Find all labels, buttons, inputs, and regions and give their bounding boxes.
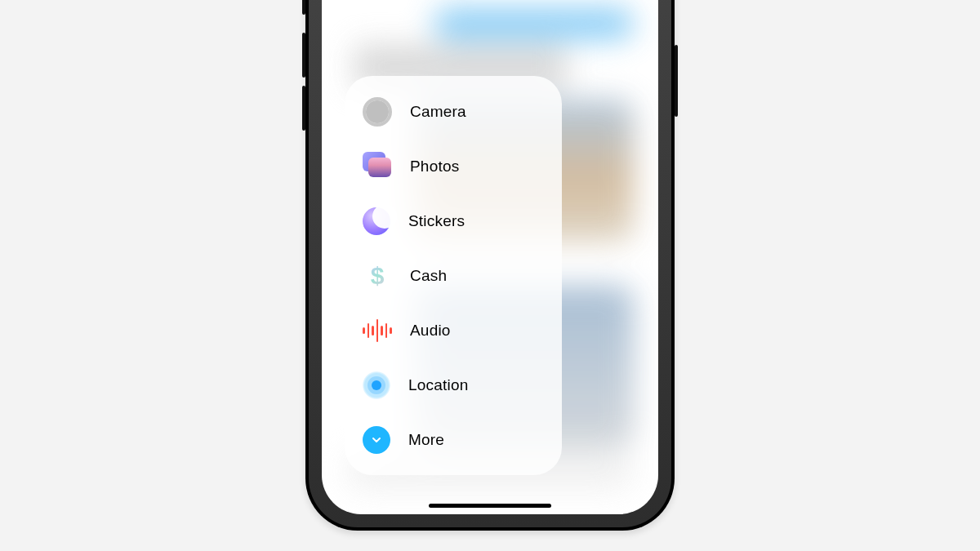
menu-item-label: Cash [410, 267, 447, 285]
camera-icon [363, 97, 392, 127]
phone-screen: Camera Photos Stickers [322, 0, 658, 514]
location-icon [363, 371, 390, 399]
menu-item-label: Audio [410, 322, 451, 340]
volume-down-button [302, 86, 305, 131]
menu-item-photos[interactable]: Photos [351, 139, 555, 193]
audio-icon [363, 316, 392, 345]
more-icon [363, 426, 390, 454]
menu-item-cash[interactable]: $ Cash [351, 248, 555, 303]
cash-icon: $ [363, 261, 392, 291]
stickers-icon [363, 207, 390, 235]
menu-item-more[interactable]: More [351, 412, 555, 467]
menu-item-label: Photos [410, 158, 459, 176]
menu-item-label: Camera [410, 103, 466, 121]
menu-item-camera[interactable]: Camera [351, 84, 555, 139]
home-indicator[interactable] [429, 504, 551, 508]
menu-item-label: Location [408, 376, 468, 394]
menu-item-location[interactable]: Location [351, 358, 555, 412]
menu-item-label: Stickers [408, 212, 465, 230]
stage: Camera Photos Stickers [0, 0, 980, 551]
menu-item-audio[interactable]: Audio [351, 303, 555, 358]
attachment-menu: Camera Photos Stickers [345, 76, 562, 475]
photos-icon [363, 152, 392, 181]
menu-item-label: More [408, 431, 444, 449]
menu-item-stickers[interactable]: Stickers [351, 193, 555, 248]
chevron-down-icon [370, 433, 383, 447]
phone-frame: Camera Photos Stickers [305, 0, 675, 531]
mute-switch [302, 0, 305, 15]
phone-bezel: Camera Photos Stickers [309, 0, 671, 527]
